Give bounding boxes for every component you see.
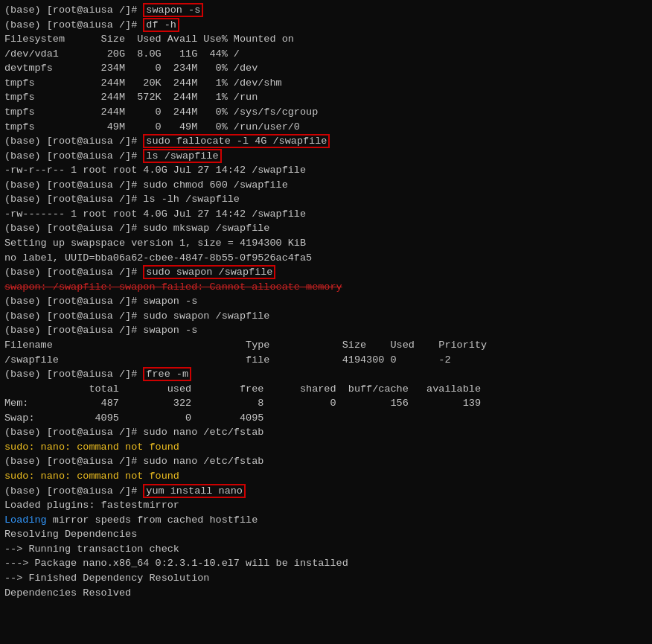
highlighted-command: swapon -s bbox=[143, 3, 203, 17]
command-text: swapon -s bbox=[143, 296, 197, 307]
output-line: Filesystem Size Used Avail Use% Mounted … bbox=[4, 32, 648, 47]
error-text: sudo: nano: command not found bbox=[4, 471, 179, 482]
output-line: --> Finished Dependency Resolution bbox=[4, 571, 648, 586]
prompt-text: (base) [root@aiusa /]# bbox=[4, 310, 143, 322]
loading-text: mirror speeds from cached hostfile bbox=[47, 514, 258, 526]
output-line: Swap: 4095 0 4095 bbox=[4, 411, 648, 426]
terminal-line: (base) [root@aiusa /]# yum install nano bbox=[4, 484, 648, 499]
terminal-line: (base) [root@aiusa /]# sudo swapon /swap… bbox=[4, 309, 648, 324]
output-line: tmpfs 244M 20K 244M 1% /dev/shm bbox=[4, 76, 648, 91]
highlighted-command: free -m bbox=[143, 367, 191, 381]
output-line: --> Running transaction check bbox=[4, 542, 648, 557]
prompt-text: (base) [root@aiusa /]# bbox=[4, 4, 143, 16]
output-line: Mem: 487 322 8 0 156 139 bbox=[4, 396, 648, 411]
prompt-text: (base) [root@aiusa /]# bbox=[4, 19, 143, 31]
highlighted-command: df -h bbox=[143, 18, 179, 32]
output-line: devtmpfs 234M 0 234M 0% /dev bbox=[4, 61, 648, 76]
terminal-line: (base) [root@aiusa /]# swapon -s bbox=[4, 3, 648, 18]
terminal-line: (base) [root@aiusa /]# free -m bbox=[4, 367, 648, 382]
terminal-line: (base) [root@aiusa /]# ls -lh /swapfile bbox=[4, 192, 648, 207]
command-text: sudo nano /etc/fstab bbox=[143, 456, 263, 467]
highlighted-command: ls /swapfile bbox=[143, 149, 221, 163]
terminal-line: (base) [root@aiusa /]# ls /swapfile bbox=[4, 149, 648, 164]
loading-keyword: Loading bbox=[4, 514, 47, 526]
terminal-line: sudo: nano: command not found bbox=[4, 440, 648, 455]
terminal-line: (base) [root@aiusa /]# df -h bbox=[4, 18, 648, 33]
error-text: sudo: nano: command not found bbox=[4, 441, 179, 453]
output-line: Loaded plugins: fastestmirror bbox=[4, 498, 648, 513]
command-text: swapon -s bbox=[143, 325, 197, 336]
terminal-line: (base) [root@aiusa /]# sudo fallocate -l… bbox=[4, 134, 648, 149]
terminal-line: (base) [root@aiusa /]# sudo nano /etc/fs… bbox=[4, 425, 648, 440]
prompt-text: (base) [root@aiusa /]# bbox=[4, 267, 143, 278]
output-line: tmpfs 244M 0 244M 0% /sys/fs/cgroup bbox=[4, 105, 648, 120]
terminal-line: (base) [root@aiusa /]# sudo nano /etc/fs… bbox=[4, 454, 648, 469]
prompt-text: (base) [root@aiusa /]# bbox=[4, 223, 143, 234]
terminal-line: (base) [root@aiusa /]# sudo mkswap /swap… bbox=[4, 221, 648, 236]
prompt-text: (base) [root@aiusa /]# bbox=[4, 325, 143, 336]
prompt-text: (base) [root@aiusa /]# bbox=[4, 369, 143, 380]
command-text: ls -lh /swapfile bbox=[143, 194, 240, 205]
terminal-line: (base) [root@aiusa /]# swapon -s bbox=[4, 323, 648, 338]
command-text: sudo swapon /swapfile bbox=[143, 310, 269, 322]
prompt-text: (base) [root@aiusa /]# bbox=[4, 179, 143, 191]
output-line: -rw------- 1 root root 4.0G Jul 27 14:42… bbox=[4, 207, 648, 222]
prompt-text: (base) [root@aiusa /]# bbox=[4, 296, 143, 307]
prompt-text: (base) [root@aiusa /]# bbox=[4, 194, 143, 205]
output-line: Setting up swapspace version 1, size = 4… bbox=[4, 236, 648, 251]
output-line: ---> Package nano.x86_64 0:2.3.1-10.el7 … bbox=[4, 556, 648, 571]
output-line: total used free shared buff/cache availa… bbox=[4, 382, 648, 397]
output-line: /dev/vda1 20G 8.0G 11G 44% / bbox=[4, 47, 648, 62]
terminal-line: (base) [root@aiusa /]# swapon -s bbox=[4, 294, 648, 309]
terminal-window: (base) [root@aiusa /]# swapon -s(base) [… bbox=[0, 0, 652, 644]
highlighted-command: sudo swapon /swapfile bbox=[143, 265, 275, 279]
output-line: tmpfs 244M 572K 244M 1% /run bbox=[4, 90, 648, 105]
terminal-line: sudo: nano: command not found bbox=[4, 469, 648, 484]
prompt-text: (base) [root@aiusa /]# bbox=[4, 427, 143, 438]
terminal-line: Loading mirror speeds from cached hostfi… bbox=[4, 513, 648, 528]
output-line: /swapfile file 4194300 0 -2 bbox=[4, 353, 648, 368]
prompt-text: (base) [root@aiusa /]# bbox=[4, 136, 143, 147]
terminal-line: (base) [root@aiusa /]# sudo chmod 600 /s… bbox=[4, 178, 648, 193]
terminal-line: (base) [root@aiusa /]# sudo swapon /swap… bbox=[4, 265, 648, 280]
error-strikethrough: swapon: /swapfile: swapon failed: Cannot… bbox=[4, 281, 342, 293]
prompt-text: (base) [root@aiusa /]# bbox=[4, 485, 143, 497]
highlighted-command: sudo fallocate -l 4G /swapfile bbox=[143, 134, 330, 148]
command-text: sudo nano /etc/fstab bbox=[143, 427, 263, 438]
output-line: Dependencies Resolved bbox=[4, 586, 648, 601]
output-line: Resolving Dependencies bbox=[4, 527, 648, 542]
terminal-line: swapon: /swapfile: swapon failed: Cannot… bbox=[4, 280, 648, 295]
highlighted-command: yum install nano bbox=[143, 484, 246, 498]
prompt-text: (base) [root@aiusa /]# bbox=[4, 150, 143, 162]
output-line: -rw-r--r-- 1 root root 4.0G Jul 27 14:42… bbox=[4, 163, 648, 178]
command-text: sudo chmod 600 /swapfile bbox=[143, 179, 287, 191]
output-line: no label, UUID=bba06a62-cbee-4847-8b55-0… bbox=[4, 251, 648, 266]
command-text: sudo mkswap /swapfile bbox=[143, 223, 269, 234]
output-line: Filename Type Size Used Priority bbox=[4, 338, 648, 353]
prompt-text: (base) [root@aiusa /]# bbox=[4, 456, 143, 467]
output-line: tmpfs 49M 0 49M 0% /run/user/0 bbox=[4, 120, 648, 135]
